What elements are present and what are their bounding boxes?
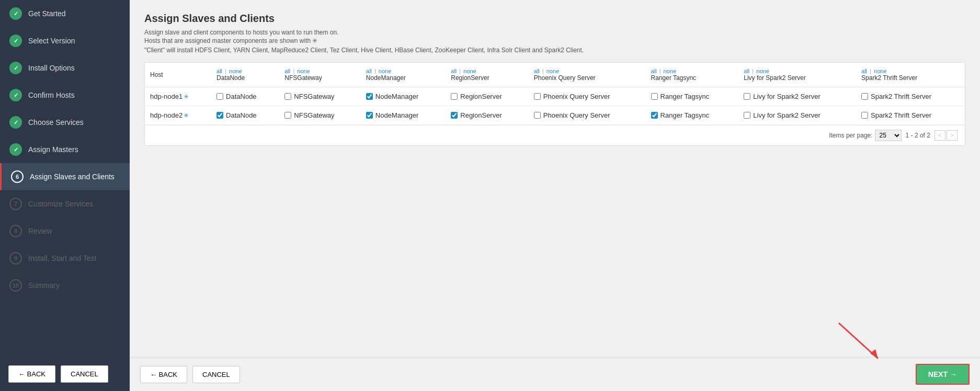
sidebar-item-select-version[interactable]: ✓ Select Version	[0, 27, 130, 54]
phoenix-none-link[interactable]: none	[546, 68, 559, 74]
regionserver-checkbox-1[interactable]	[451, 93, 458, 100]
phoenix-checkbox-2[interactable]	[534, 112, 541, 119]
regionserver-none-link[interactable]: none	[463, 68, 476, 74]
step-icon-8: 7	[9, 198, 22, 210]
sidebar-label-4: Confirm Hosts	[28, 91, 75, 99]
col-phoenix: all | none Phoenix Query Server	[529, 63, 646, 87]
regionserver-cell-2: RegionServer	[446, 106, 529, 125]
datanode-cell-2: DataNode	[211, 106, 279, 125]
sidebar-item-review[interactable]: 8 Review	[0, 217, 130, 245]
nodemanager-none-link[interactable]: none	[379, 68, 391, 74]
step-icon-2: ✓	[9, 34, 22, 47]
ranger-checkbox-1[interactable]	[651, 93, 658, 100]
sidebar-item-confirm-hosts[interactable]: ✓ Confirm Hosts	[0, 82, 130, 109]
nfsgateway-none-link[interactable]: none	[297, 68, 310, 74]
host-cell-1: hdp-node1✳	[145, 87, 211, 106]
datanode-none-link[interactable]: none	[229, 68, 242, 74]
spark2thrift-checkbox-1[interactable]	[861, 93, 868, 100]
datanode-checkbox-2[interactable]	[216, 112, 223, 119]
step-icon-6: ✓	[9, 143, 22, 156]
ranger-none-link[interactable]: none	[664, 68, 676, 74]
table-row: hdp-node2✳ DataNode	[145, 106, 965, 125]
livy-none-link[interactable]: none	[756, 68, 769, 74]
sidebar-item-assign-slaves[interactable]: 6 Assign Slaves and Clients	[0, 163, 130, 190]
items-per-page-select[interactable]: 25 50 100	[875, 130, 902, 141]
sidebar-label-10: Install, Start and Test	[28, 254, 96, 262]
col-host: Host	[145, 63, 211, 87]
prev-page-button[interactable]: <	[935, 130, 945, 141]
col-regionserver: all | none RegionServer	[446, 63, 529, 87]
step-icon-1: ✓	[9, 7, 22, 20]
main-inner: Assign Slaves and Clients Assign slave a…	[130, 0, 980, 357]
sidebar-footer: ← BACK CANCEL	[0, 357, 130, 391]
next-page-button[interactable]: >	[947, 130, 958, 141]
nodemanager-all-link[interactable]: all	[366, 68, 372, 74]
phoenix-cell-2: Phoenix Query Server	[529, 106, 646, 125]
ranger-all-link[interactable]: all	[651, 68, 657, 74]
items-per-page-label: Items per page:	[829, 132, 872, 139]
subtitle-3: "Client" will install HDFS Client, YARN …	[144, 47, 965, 54]
nfsgateway-checkbox-1[interactable]	[284, 93, 291, 100]
nodemanager-checkbox-2[interactable]	[366, 112, 373, 119]
sidebar-item-assign-masters[interactable]: ✓ Assign Masters	[0, 136, 130, 163]
col-ranger-tagsync: all | none Ranger Tagsync	[646, 63, 739, 87]
nodemanager-cell-2: NodeManager	[361, 106, 446, 125]
table-footer: Items per page: 25 50 100 1 - 2 of 2 < >	[145, 125, 965, 145]
sidebar-label-6: Assign Masters	[28, 145, 78, 154]
col-nfsgateway: all | none NFSGateway	[279, 63, 361, 87]
subtitle-1: Assign slave and client components to ho…	[144, 29, 965, 36]
main-content: Assign Slaves and Clients Assign slave a…	[130, 0, 980, 391]
table-scroll: Host all | none DataNode	[145, 63, 965, 125]
livy-checkbox-1[interactable]	[744, 93, 750, 100]
ranger-cell-1: Ranger Tagsync	[646, 87, 739, 106]
livy-checkbox-2[interactable]	[744, 112, 750, 119]
sidebar-item-customize-services[interactable]: 7 Customize Services	[0, 190, 130, 217]
col-nodemanager: all | none NodeManager	[361, 63, 446, 87]
datanode-all-link[interactable]: all	[216, 68, 222, 74]
livy-all-link[interactable]: all	[744, 68, 749, 74]
sidebar-item-choose-services[interactable]: ✓ Choose Services	[0, 109, 130, 136]
regionserver-cell-1: RegionServer	[446, 87, 529, 106]
table-row: hdp-node1✳ DataNode	[145, 87, 965, 106]
back-button-sidebar[interactable]: ← BACK	[8, 365, 55, 383]
assignment-table: Host all | none DataNode	[145, 63, 965, 125]
step-icon-3: ✓	[9, 62, 22, 74]
nodemanager-checkbox-1[interactable]	[366, 93, 373, 100]
sidebar-label-3: Install Options	[28, 64, 75, 72]
spark2thrift-checkbox-2[interactable]	[861, 112, 868, 119]
sidebar-item-install-options[interactable]: ✓ Install Options	[0, 54, 130, 82]
host-cell-2: hdp-node2✳	[145, 106, 211, 125]
nfsgateway-checkbox-2[interactable]	[284, 112, 291, 119]
sidebar-label-8: Customize Services	[28, 200, 93, 208]
nfsgateway-all-link[interactable]: all	[284, 68, 290, 74]
nodemanager-cell-1: NodeManager	[361, 87, 446, 106]
step-icon-5: ✓	[9, 116, 22, 129]
sidebar-item-summary[interactable]: 10 Summary	[0, 272, 130, 299]
sidebar-label-1: Get Started	[28, 9, 66, 18]
phoenix-cell-1: Phoenix Query Server	[529, 87, 646, 106]
nfsgateway-cell-1: NFSGateway	[279, 87, 361, 106]
regionserver-all-link[interactable]: all	[451, 68, 457, 74]
step-icon-11: 10	[9, 279, 22, 292]
back-button[interactable]: ← BACK	[140, 366, 187, 383]
livy-cell-2: Livy for Spark2 Server	[738, 106, 856, 125]
cancel-button[interactable]: CANCEL	[192, 366, 240, 383]
col-livy: all | none Livy for Spark2 Server	[738, 63, 856, 87]
next-button[interactable]: NEXT →	[916, 364, 970, 385]
sidebar-item-install-start[interactable]: 9 Install, Start and Test	[0, 245, 130, 272]
spark2thrift-all-link[interactable]: all	[861, 68, 867, 74]
regionserver-checkbox-2[interactable]	[451, 112, 458, 119]
ranger-checkbox-2[interactable]	[651, 112, 658, 119]
sidebar-item-get-started[interactable]: ✓ Get Started	[0, 0, 130, 27]
cancel-button-sidebar[interactable]: CANCEL	[61, 365, 108, 383]
nfsgateway-cell-2: NFSGateway	[279, 106, 361, 125]
phoenix-checkbox-1[interactable]	[534, 93, 541, 100]
step-icon-9: 8	[9, 225, 22, 237]
datanode-checkbox-1[interactable]	[216, 93, 223, 100]
col-datanode: all | none DataNode	[211, 63, 279, 87]
step-icon-7: 6	[11, 170, 24, 183]
spark2thrift-none-link[interactable]: none	[874, 68, 886, 74]
subtitle-2: Hosts that are assigned master component…	[144, 37, 965, 44]
phoenix-all-link[interactable]: all	[534, 68, 540, 74]
datanode-cell-1: DataNode	[211, 87, 279, 106]
